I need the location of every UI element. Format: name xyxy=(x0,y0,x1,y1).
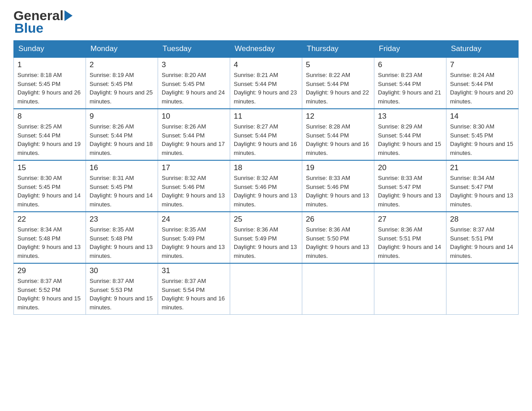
calendar-cell: 25 Sunrise: 8:36 AMSunset: 5:49 PMDaylig… xyxy=(230,212,302,263)
weekday-header-thursday: Thursday xyxy=(302,41,374,58)
day-number: 17 xyxy=(162,163,226,172)
day-number: 16 xyxy=(90,163,154,172)
day-number: 12 xyxy=(306,112,370,121)
day-number: 11 xyxy=(234,112,298,121)
calendar-table: SundayMondayTuesdayWednesdayThursdayFrid… xyxy=(13,40,519,315)
day-info: Sunrise: 8:36 AMSunset: 5:49 PMDaylight:… xyxy=(234,225,298,260)
day-info: Sunrise: 8:37 AMSunset: 5:54 PMDaylight:… xyxy=(162,277,226,312)
day-info: Sunrise: 8:37 AMSunset: 5:51 PMDaylight:… xyxy=(450,225,515,260)
logo-blue-text: Blue xyxy=(14,21,43,35)
day-number: 2 xyxy=(90,60,154,69)
calendar-week-1: 1 Sunrise: 8:18 AMSunset: 5:45 PMDayligh… xyxy=(14,57,519,109)
day-number: 7 xyxy=(450,60,515,69)
calendar-cell xyxy=(302,263,374,315)
day-number: 29 xyxy=(17,266,82,275)
calendar-cell: 24 Sunrise: 8:35 AMSunset: 5:49 PMDaylig… xyxy=(158,212,230,263)
calendar-week-2: 8 Sunrise: 8:25 AMSunset: 5:44 PMDayligh… xyxy=(14,109,519,160)
day-number: 6 xyxy=(378,60,442,69)
day-info: Sunrise: 8:27 AMSunset: 5:44 PMDaylight:… xyxy=(234,122,298,157)
day-info: Sunrise: 8:33 AMSunset: 5:46 PMDaylight:… xyxy=(306,174,370,209)
calendar-cell: 15 Sunrise: 8:30 AMSunset: 5:45 PMDaylig… xyxy=(14,160,86,212)
logo: General Blue xyxy=(13,9,73,36)
calendar-header: SundayMondayTuesdayWednesdayThursdayFrid… xyxy=(14,41,519,58)
day-number: 23 xyxy=(90,215,154,224)
calendar-cell: 6 Sunrise: 8:23 AMSunset: 5:44 PMDayligh… xyxy=(374,57,446,109)
day-number: 13 xyxy=(378,112,442,121)
weekday-header-friday: Friday xyxy=(374,41,446,58)
calendar-cell: 16 Sunrise: 8:31 AMSunset: 5:45 PMDaylig… xyxy=(86,160,158,212)
calendar-cell: 11 Sunrise: 8:27 AMSunset: 5:44 PMDaylig… xyxy=(230,109,302,160)
calendar-cell: 10 Sunrise: 8:26 AMSunset: 5:44 PMDaylig… xyxy=(158,109,230,160)
calendar-cell: 5 Sunrise: 8:22 AMSunset: 5:44 PMDayligh… xyxy=(302,57,374,109)
calendar-cell: 7 Sunrise: 8:24 AMSunset: 5:44 PMDayligh… xyxy=(446,57,519,109)
calendar-cell: 4 Sunrise: 8:21 AMSunset: 5:44 PMDayligh… xyxy=(230,57,302,109)
day-number: 19 xyxy=(306,163,370,172)
weekday-header-sunday: Sunday xyxy=(14,41,86,58)
calendar-cell: 17 Sunrise: 8:32 AMSunset: 5:46 PMDaylig… xyxy=(158,160,230,212)
weekday-header-wednesday: Wednesday xyxy=(230,41,302,58)
calendar-cell: 21 Sunrise: 8:34 AMSunset: 5:47 PMDaylig… xyxy=(446,160,519,212)
calendar-cell: 20 Sunrise: 8:33 AMSunset: 5:47 PMDaylig… xyxy=(374,160,446,212)
day-info: Sunrise: 8:29 AMSunset: 5:44 PMDaylight:… xyxy=(378,122,442,157)
calendar-cell: 22 Sunrise: 8:34 AMSunset: 5:48 PMDaylig… xyxy=(14,212,86,263)
logo-arrow-icon xyxy=(64,10,73,21)
calendar-cell xyxy=(446,263,519,315)
day-info: Sunrise: 8:30 AMSunset: 5:45 PMDaylight:… xyxy=(450,122,515,157)
day-info: Sunrise: 8:35 AMSunset: 5:48 PMDaylight:… xyxy=(90,225,154,260)
calendar-cell xyxy=(374,263,446,315)
day-info: Sunrise: 8:23 AMSunset: 5:44 PMDaylight:… xyxy=(378,71,442,106)
day-info: Sunrise: 8:28 AMSunset: 5:44 PMDaylight:… xyxy=(306,122,370,157)
day-number: 22 xyxy=(17,215,82,224)
day-info: Sunrise: 8:20 AMSunset: 5:45 PMDaylight:… xyxy=(162,71,226,106)
day-number: 8 xyxy=(17,112,82,121)
calendar-cell: 8 Sunrise: 8:25 AMSunset: 5:44 PMDayligh… xyxy=(14,109,86,160)
calendar-cell: 2 Sunrise: 8:19 AMSunset: 5:45 PMDayligh… xyxy=(86,57,158,109)
day-info: Sunrise: 8:32 AMSunset: 5:46 PMDaylight:… xyxy=(162,174,226,209)
calendar-cell: 12 Sunrise: 8:28 AMSunset: 5:44 PMDaylig… xyxy=(302,109,374,160)
day-info: Sunrise: 8:36 AMSunset: 5:50 PMDaylight:… xyxy=(306,225,370,260)
day-number: 20 xyxy=(378,163,442,172)
day-info: Sunrise: 8:35 AMSunset: 5:49 PMDaylight:… xyxy=(162,225,226,260)
day-info: Sunrise: 8:32 AMSunset: 5:46 PMDaylight:… xyxy=(234,174,298,209)
calendar-week-5: 29 Sunrise: 8:37 AMSunset: 5:52 PMDaylig… xyxy=(14,263,519,315)
day-info: Sunrise: 8:37 AMSunset: 5:52 PMDaylight:… xyxy=(17,277,82,312)
calendar-cell: 1 Sunrise: 8:18 AMSunset: 5:45 PMDayligh… xyxy=(14,57,86,109)
day-info: Sunrise: 8:37 AMSunset: 5:53 PMDaylight:… xyxy=(90,277,154,312)
calendar-cell: 14 Sunrise: 8:30 AMSunset: 5:45 PMDaylig… xyxy=(446,109,519,160)
day-info: Sunrise: 8:34 AMSunset: 5:48 PMDaylight:… xyxy=(17,225,82,260)
day-info: Sunrise: 8:22 AMSunset: 5:44 PMDaylight:… xyxy=(306,71,370,106)
calendar-cell: 28 Sunrise: 8:37 AMSunset: 5:51 PMDaylig… xyxy=(446,212,519,263)
calendar-cell: 23 Sunrise: 8:35 AMSunset: 5:48 PMDaylig… xyxy=(86,212,158,263)
day-number: 18 xyxy=(234,163,298,172)
day-number: 30 xyxy=(90,266,154,275)
day-info: Sunrise: 8:24 AMSunset: 5:44 PMDaylight:… xyxy=(450,71,515,106)
weekday-header-monday: Monday xyxy=(86,41,158,58)
page-header: General Blue xyxy=(13,9,519,36)
day-info: Sunrise: 8:26 AMSunset: 5:44 PMDaylight:… xyxy=(90,122,154,157)
calendar-week-3: 15 Sunrise: 8:30 AMSunset: 5:45 PMDaylig… xyxy=(14,160,519,212)
day-number: 5 xyxy=(306,60,370,69)
day-number: 21 xyxy=(450,163,515,172)
day-number: 14 xyxy=(450,112,515,121)
calendar-cell: 26 Sunrise: 8:36 AMSunset: 5:50 PMDaylig… xyxy=(302,212,374,263)
calendar-cell: 31 Sunrise: 8:37 AMSunset: 5:54 PMDaylig… xyxy=(158,263,230,315)
calendar-cell: 30 Sunrise: 8:37 AMSunset: 5:53 PMDaylig… xyxy=(86,263,158,315)
day-number: 1 xyxy=(17,60,82,69)
day-number: 27 xyxy=(378,215,442,224)
day-info: Sunrise: 8:33 AMSunset: 5:47 PMDaylight:… xyxy=(378,174,442,209)
day-info: Sunrise: 8:18 AMSunset: 5:45 PMDaylight:… xyxy=(17,71,82,106)
calendar-cell: 13 Sunrise: 8:29 AMSunset: 5:44 PMDaylig… xyxy=(374,109,446,160)
weekday-header-tuesday: Tuesday xyxy=(158,41,230,58)
calendar-body: 1 Sunrise: 8:18 AMSunset: 5:45 PMDayligh… xyxy=(14,57,519,315)
day-info: Sunrise: 8:25 AMSunset: 5:44 PMDaylight:… xyxy=(17,122,82,157)
calendar-week-4: 22 Sunrise: 8:34 AMSunset: 5:48 PMDaylig… xyxy=(14,212,519,263)
weekday-header-row: SundayMondayTuesdayWednesdayThursdayFrid… xyxy=(14,41,519,58)
day-number: 24 xyxy=(162,215,226,224)
calendar-cell: 18 Sunrise: 8:32 AMSunset: 5:46 PMDaylig… xyxy=(230,160,302,212)
day-number: 4 xyxy=(234,60,298,69)
calendar-cell: 3 Sunrise: 8:20 AMSunset: 5:45 PMDayligh… xyxy=(158,57,230,109)
day-info: Sunrise: 8:34 AMSunset: 5:47 PMDaylight:… xyxy=(450,174,515,209)
day-number: 9 xyxy=(90,112,154,121)
day-number: 3 xyxy=(162,60,226,69)
calendar-cell: 9 Sunrise: 8:26 AMSunset: 5:44 PMDayligh… xyxy=(86,109,158,160)
